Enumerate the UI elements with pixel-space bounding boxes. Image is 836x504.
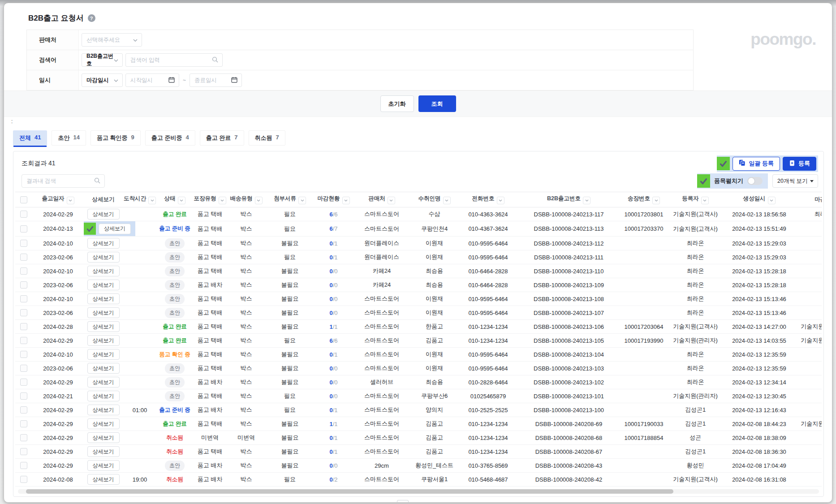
sort-chevron-icon[interactable] (652, 197, 660, 204)
horizontal-scrollbar[interactable] (18, 489, 819, 494)
column-header-phone: 전화번호 (458, 192, 518, 207)
detail-button[interactable]: 상세보기 (87, 335, 120, 346)
row-checkbox[interactable] (20, 448, 27, 455)
detail-button[interactable]: 상세보기 (87, 391, 120, 401)
next-page-button[interactable]: › (446, 502, 448, 503)
bulk-register-button[interactable]: 일괄 등록 (733, 157, 780, 171)
calendar-icon[interactable] (168, 77, 175, 84)
sort-chevron-icon[interactable] (219, 197, 226, 204)
register-button[interactable]: 등록 (783, 157, 816, 171)
cell-invoice-number: 100017190033 (619, 417, 668, 431)
tab-all[interactable]: 전체41 (13, 130, 47, 146)
cell-package-type: 품고 택배 (193, 221, 227, 237)
row-checkbox[interactable] (20, 309, 27, 316)
sort-chevron-icon[interactable] (178, 197, 185, 204)
start-date-input[interactable]: 시작일시 (125, 73, 179, 87)
row-checkbox[interactable] (20, 225, 27, 233)
detail-button[interactable]: 상세보기 (87, 252, 120, 263)
detail-button[interactable]: 상세보기 (87, 293, 120, 304)
header-checkbox[interactable] (20, 196, 27, 203)
keyword-type-value: B2B출고번호 (86, 52, 114, 68)
row-checkbox[interactable] (20, 240, 27, 247)
row-checkbox[interactable] (20, 337, 27, 344)
detail-button[interactable]: 상세보기 (87, 460, 120, 471)
tab-draft[interactable]: 초안14 (52, 130, 86, 146)
sort-chevron-icon[interactable] (298, 197, 306, 204)
sort-chevron-icon[interactable] (701, 197, 709, 204)
sort-chevron-icon[interactable] (342, 197, 350, 204)
row-checkbox[interactable] (20, 379, 27, 386)
cell-b2b-number: DSBB-100008-240213-107 (518, 306, 619, 320)
page-button-3[interactable]: 3 (428, 500, 439, 503)
row-checkbox[interactable] (20, 267, 27, 275)
sort-chevron-icon[interactable] (497, 197, 504, 204)
detail-button[interactable]: 상세보기 (87, 321, 120, 332)
cell-detail-view: 상세보기 (84, 320, 123, 334)
tab-checking[interactable]: 품고 확인중9 (90, 130, 141, 146)
detail-button[interactable]: 상세보기 (87, 418, 120, 429)
help-icon[interactable]: ? (88, 14, 95, 22)
previous-page-button[interactable]: ‹ (388, 502, 390, 503)
detail-button[interactable]: 상세보기 (87, 474, 120, 485)
tab-done[interactable]: 출고 완료7 (200, 130, 244, 146)
row-checkbox[interactable] (20, 365, 27, 372)
row-checkbox[interactable] (20, 420, 27, 427)
detail-button[interactable]: 상세보기 (87, 307, 120, 318)
row-checkbox[interactable] (20, 476, 27, 483)
keyword-input[interactable]: 검색어 입력 (125, 53, 223, 67)
seller-select[interactable]: 선택해주세요 (82, 33, 142, 47)
row-checkbox[interactable] (20, 392, 27, 400)
detail-button[interactable]: 상세보기 (87, 280, 120, 290)
page-size-select[interactable]: 20개씩 보기 (772, 174, 818, 188)
sort-chevron-icon[interactable] (148, 197, 156, 204)
row-checkbox[interactable] (20, 462, 27, 469)
row-checkbox[interactable] (20, 351, 27, 358)
detail-button[interactable]: 상세보기 (87, 266, 120, 276)
result-search-input[interactable]: 결과내 검색 (22, 174, 105, 188)
detail-button[interactable]: 상세보기 (87, 446, 120, 457)
calendar-icon[interactable] (231, 77, 237, 84)
row-checkbox[interactable] (20, 434, 27, 441)
row-checkbox[interactable] (20, 406, 27, 414)
tab-canceled[interactable]: 취소됨7 (249, 130, 285, 146)
cell-deadline-status: 0/1 (315, 445, 353, 459)
deadline-total-count: /0 (333, 462, 338, 469)
row-checkbox[interactable] (20, 295, 27, 302)
cell-registrant: 기술지원(고객사) (668, 320, 722, 334)
sort-chevron-icon[interactable] (67, 197, 74, 204)
detail-button[interactable]: 상세보기 (87, 209, 120, 220)
sort-chevron-icon[interactable] (443, 197, 451, 204)
sort-chevron-icon[interactable] (255, 197, 263, 204)
end-date-input[interactable]: 종료일시 (190, 73, 242, 87)
detail-button[interactable]: 상세보기 (87, 238, 120, 249)
row-checkbox[interactable] (20, 281, 27, 289)
detail-button[interactable]: 상세보기 (87, 432, 120, 443)
tab-preparing[interactable]: 출고 준비중4 (145, 130, 195, 146)
table-row: 2024-02-28상세보기출고 완료품고 택배박스불필요1/1스마트스토어한품… (15, 320, 822, 334)
last-page-button[interactable]: » (455, 502, 459, 503)
cell-phone: 010-1234-1234 (458, 320, 518, 334)
reset-button[interactable]: 초기화 (380, 95, 414, 112)
date-type-select[interactable]: 마감일시 (82, 73, 123, 87)
detail-button[interactable]: 상세보기 (99, 224, 131, 234)
row-checkbox[interactable] (20, 323, 27, 330)
expand-items-toggle[interactable] (747, 177, 763, 185)
row-checkbox[interactable] (20, 254, 27, 261)
cell-select (15, 278, 32, 292)
keyword-type-select[interactable]: B2B출고번호 (82, 53, 123, 67)
cell-attachment: 필요 (265, 207, 315, 221)
search-button[interactable]: 조회 (418, 95, 456, 112)
sort-chevron-icon[interactable] (768, 197, 776, 204)
detail-button[interactable]: 상세보기 (87, 405, 120, 415)
row-checkbox[interactable] (20, 211, 27, 218)
detail-button[interactable]: 상세보기 (87, 363, 120, 374)
detail-button[interactable]: 상세보기 (87, 349, 120, 360)
status-badge: 초안 (165, 377, 185, 388)
sort-chevron-icon[interactable] (583, 197, 590, 204)
first-page-button[interactable]: « (377, 502, 381, 503)
detail-button[interactable]: 상세보기 (87, 377, 120, 388)
scrollbar-thumb[interactable] (26, 489, 673, 494)
page-button-2[interactable]: 2 (413, 500, 424, 503)
page-button-1[interactable]: 1 (397, 500, 409, 503)
sort-chevron-icon[interactable] (388, 197, 395, 204)
